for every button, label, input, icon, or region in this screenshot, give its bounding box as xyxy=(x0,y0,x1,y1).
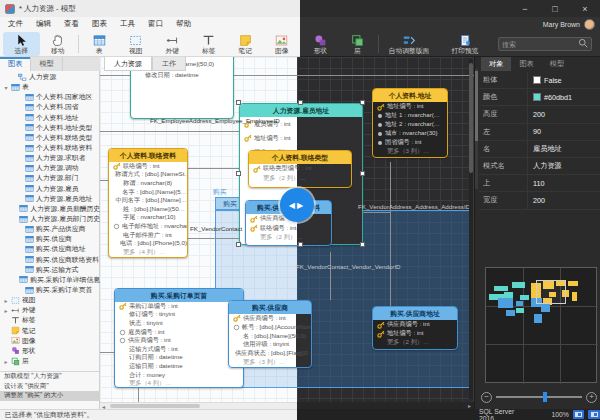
canvas-tab-0[interactable]: 人力资源 xyxy=(104,57,152,71)
tree-item-28[interactable]: ▸层 xyxy=(0,356,100,366)
tree-item-11[interactable]: 人力资源.雇员 xyxy=(0,184,100,194)
menu-item-0[interactable]: 文件 xyxy=(8,19,23,29)
property-value[interactable]: 200 xyxy=(527,106,600,122)
property-row-7[interactable]: 宽度200 xyxy=(479,192,600,209)
toolbar-button-view[interactable]: 视图 xyxy=(117,32,154,56)
selection-handle[interactable] xyxy=(360,242,365,247)
scroll-right-arrow[interactable]: ▸ xyxy=(468,402,471,409)
inspector-tab-0[interactable]: 对象 xyxy=(481,57,511,71)
canvas-vertical-scrollbar[interactable] xyxy=(469,59,473,399)
canvas-tab-1[interactable]: 工作 xyxy=(152,57,186,71)
relation-line-1[interactable] xyxy=(100,131,239,132)
tree-expander[interactable]: ▸ xyxy=(3,297,9,304)
selection-handle[interactable] xyxy=(298,100,303,105)
tree-expander[interactable]: ▸ xyxy=(3,358,9,365)
canvas-hscrollbar-dark[interactable]: ▸ xyxy=(297,402,474,409)
menu-item-4[interactable]: 工具 xyxy=(120,19,135,29)
toolbar-button-table[interactable]: 表 xyxy=(81,32,118,56)
inspector-tab-1[interactable]: 图表 xyxy=(511,57,541,71)
diagram-canvas[interactable]: 购买 购买 人力资源工作 ◀▶ FK_EmployeeAddress_Emplo… xyxy=(100,57,474,402)
panel-scrollbar[interactable] xyxy=(475,69,478,189)
menu-item-2[interactable]: 查看 xyxy=(64,19,79,29)
relation-line-9[interactable] xyxy=(100,352,114,353)
property-value[interactable]: False xyxy=(527,72,600,88)
canvas-hscrollbar-light[interactable]: ◂ xyxy=(100,402,297,409)
selection-handle[interactable] xyxy=(360,100,365,105)
zoom-slider-thumb[interactable] xyxy=(543,392,547,402)
view-toggle-2-button[interactable] xyxy=(588,410,600,419)
tree-item-18[interactable]: 购买.供应商联络资料 xyxy=(0,255,100,265)
relation-line-4[interactable] xyxy=(188,238,245,239)
toolbar-button-print[interactable]: 打印预览 xyxy=(437,32,493,56)
inspector-tab-2[interactable]: 模型 xyxy=(542,57,572,71)
relation-line-3[interactable] xyxy=(100,180,108,181)
selection-handle[interactable] xyxy=(236,171,241,176)
tree-item-8[interactable]: 人力资源.求职者 xyxy=(0,153,100,163)
tree-item-27[interactable]: 形状 xyxy=(0,346,100,356)
tree-item-24[interactable]: 标签 xyxy=(0,315,100,325)
property-row-2[interactable]: 高度200 xyxy=(479,106,600,123)
toolbar-button-layer[interactable]: 层 xyxy=(339,32,376,56)
toolbar-button-shape[interactable]: 形状 xyxy=(302,32,339,56)
menu-item-3[interactable]: 图表 xyxy=(92,19,107,29)
property-value[interactable]: 人力资源 xyxy=(527,158,600,174)
selection-handle[interactable] xyxy=(236,242,241,247)
toolbar-button-cursor[interactable]: 选择 xyxy=(3,32,40,56)
tree-item-7[interactable]: 个人资料.联络资料 xyxy=(0,143,100,153)
selection-handle[interactable] xyxy=(236,100,241,105)
property-value[interactable]: 200 xyxy=(527,192,600,208)
tree-item-20[interactable]: 购买.采购订单详细信息 xyxy=(0,275,100,285)
history-item-2[interactable]: 调整层 "购买" 的大小 xyxy=(0,391,100,401)
search-input[interactable] xyxy=(502,41,576,48)
entity-7[interactable]: 个人资料.地址地址编号 : int地址 1 : nvarchar(…地址 2 :… xyxy=(372,88,448,158)
menu-item-5[interactable]: 窗口 xyxy=(148,19,163,29)
tree-item-1[interactable]: ▾表 xyxy=(0,82,100,92)
menu-item-1[interactable]: 编辑 xyxy=(36,19,51,29)
tree-expander[interactable]: ▾ xyxy=(3,84,9,91)
close-button[interactable]: × xyxy=(570,1,600,16)
property-row-4[interactable]: 名雇员地址 xyxy=(479,141,600,158)
relation-line-7[interactable] xyxy=(330,252,331,300)
entity-6[interactable]: 购买.供应商供应商编号 : int帐号 : [dbo].[AccountNum…… xyxy=(228,300,312,368)
tree-item-14[interactable]: 人力资源.雇员部门历史 xyxy=(0,214,100,224)
zoom-out-button[interactable]: − xyxy=(481,392,492,403)
sidebar-tab-0[interactable]: 图表 xyxy=(0,57,31,71)
tree-item-2[interactable]: 个人资料.国家地区 xyxy=(0,92,100,102)
tree-item-10[interactable]: 人力资源.部门 xyxy=(0,173,100,183)
history-item-0[interactable]: 加载模型 "人力资源" xyxy=(0,372,100,382)
property-value[interactable]: 90 xyxy=(527,124,600,140)
history-item-1[interactable]: 设计表 "供应商" xyxy=(0,382,100,392)
toolbar-button-hand[interactable]: 移动 xyxy=(40,32,77,56)
property-row-5[interactable]: 模式名人力资源 xyxy=(479,158,600,175)
tree-item-16[interactable]: 购买.供应商 xyxy=(0,234,100,244)
property-row-1[interactable]: 颜色#60dbd1 xyxy=(479,89,600,106)
property-value[interactable]: 雇员地址 xyxy=(527,141,600,157)
property-value[interactable]: #60dbd1 xyxy=(527,89,600,105)
relation-line-5[interactable] xyxy=(363,212,390,213)
relation-line-8[interactable] xyxy=(138,388,139,402)
sidebar-tab-1[interactable]: 模型 xyxy=(31,57,62,71)
entity-8[interactable]: 购买.供应商地址供应商编号 : int地址编号 : int更多（2 列）… xyxy=(372,306,458,350)
menu-item-6[interactable]: 帮助 xyxy=(176,19,191,29)
tree-expander[interactable]: ▸ xyxy=(3,307,9,314)
view-toggle-1-button[interactable] xyxy=(573,410,585,419)
tree-item-5[interactable]: 个人资料.地址类型 xyxy=(0,123,100,133)
tree-item-25[interactable]: 笔记 xyxy=(0,326,100,336)
property-row-3[interactable]: 左90 xyxy=(479,124,600,141)
tree-item-13[interactable]: 人力资源.雇员薪酬历史 xyxy=(0,204,100,214)
toolbar-button-image[interactable]: 图像 xyxy=(263,32,300,56)
tree-item-21[interactable]: 购买.采购订单页首 xyxy=(0,285,100,295)
property-value[interactable]: 110 xyxy=(527,175,600,191)
zoom-slider[interactable] xyxy=(496,396,582,398)
property-row-6[interactable]: 上110 xyxy=(479,175,600,192)
theme-compare-handle[interactable]: ◀▶ xyxy=(280,188,314,222)
property-row-0[interactable]: 粗体False xyxy=(479,72,600,89)
tree-item-15[interactable]: 购买.产品供应商 xyxy=(0,224,100,234)
zoom-in-button[interactable]: + xyxy=(586,392,597,403)
toolbar-button-autolayout[interactable]: 自动调整版面 xyxy=(381,32,437,56)
minimap[interactable] xyxy=(485,267,597,383)
toolbar-button-fk[interactable]: 外键 xyxy=(154,32,191,56)
entity-2[interactable]: 个人资料.联络资料联络编号 : int称谓方式 : [dbo].[NameSt…… xyxy=(108,148,188,258)
entity-5[interactable]: 购买.采购订单页首采购订单编号 : int修订编号 : tinyint状态 : … xyxy=(114,288,244,388)
minimap-viewport[interactable] xyxy=(536,280,566,304)
